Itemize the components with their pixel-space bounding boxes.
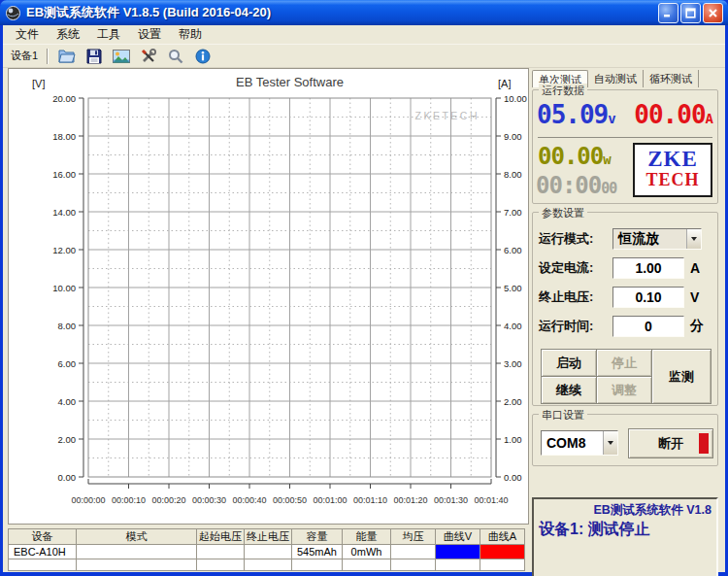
title-bar: EB测试系统软件 V1.8.5 (Build 2016-04-20) [0, 0, 728, 25]
power-readout: 00.00w [538, 145, 612, 168]
table-cell[interactable]: EBC-A10H [9, 545, 77, 559]
serial-port-group: 串口设置 COM8 断开 [532, 414, 718, 466]
table-row[interactable] [9, 559, 525, 571]
svg-text:00:01:10: 00:01:10 [353, 495, 387, 505]
table-cell[interactable]: 0mWh [343, 545, 391, 559]
table-cell[interactable] [391, 559, 436, 571]
table-cell[interactable] [197, 559, 245, 571]
set-current-label: 设定电流: [539, 259, 612, 277]
connection-indicator [699, 433, 709, 454]
tools-button[interactable] [136, 46, 161, 67]
run-data-legend: 运行数据 [539, 84, 587, 98]
save-button[interactable] [82, 46, 107, 67]
table-cell[interactable] [343, 559, 391, 571]
menu-item-1[interactable]: 系统 [48, 24, 88, 45]
zoom-button[interactable] [163, 46, 188, 67]
menu-item-2[interactable]: 工具 [88, 24, 129, 45]
export-image-button[interactable] [109, 46, 134, 67]
menu-item-0[interactable]: 文件 [7, 24, 48, 45]
curve-color-cell[interactable] [480, 545, 525, 559]
chart: 20.0018.0016.0014.0012.0010.008.006.004.… [9, 69, 528, 524]
open-file-icon [58, 49, 76, 63]
side-panel: 单次测试自动测试循环测试 运行数据 05.09v 00.00A 00.00w 0… [530, 68, 720, 573]
table-cell[interactable] [436, 559, 480, 571]
table-cell[interactable] [245, 559, 292, 571]
about-info-icon [195, 49, 211, 64]
table-cell[interactable] [77, 545, 197, 559]
table-row[interactable]: EBC-A10H545mAh0mWh [9, 545, 525, 559]
svg-text:6.00: 6.00 [504, 245, 522, 255]
table-cell[interactable] [9, 559, 77, 571]
window-title: EB测试系统软件 V1.8.5 (Build 2016-04-20) [26, 4, 653, 21]
com-port-select[interactable]: COM8 [541, 430, 618, 456]
table-cell[interactable] [391, 545, 436, 559]
results-table: 设备模式起始电压终止电压容量能量均压曲线V曲线AEBC-A10H545mAh0m… [8, 528, 525, 571]
menu-bar: 文件系统工具设置帮助 [3, 25, 725, 45]
chevron-down-icon[interactable] [686, 229, 701, 249]
close-icon [708, 8, 718, 18]
maximize-icon [685, 8, 696, 18]
disconnect-button[interactable]: 断开 [628, 428, 713, 458]
svg-text:12.00: 12.00 [52, 245, 76, 255]
app-icon [5, 5, 21, 21]
chevron-down-icon[interactable] [603, 431, 617, 455]
svg-text:7.00: 7.00 [504, 207, 522, 218]
svg-text:00:01:00: 00:01:00 [313, 495, 347, 505]
svg-text:ZKETECH: ZKETECH [414, 110, 480, 121]
menu-item-4[interactable]: 帮助 [170, 24, 211, 45]
open-file-button[interactable] [54, 46, 80, 67]
maximize-button[interactable] [680, 3, 701, 23]
close-button[interactable] [703, 3, 723, 23]
svg-text:8.00: 8.00 [504, 169, 522, 180]
set-current-unit: A [690, 260, 700, 276]
save-icon [86, 49, 102, 64]
run-time-label: 运行时间: [539, 318, 612, 335]
svg-text:14.00: 14.00 [52, 207, 76, 218]
table-cell[interactable] [245, 545, 292, 559]
table-cell[interactable] [197, 545, 245, 559]
run-mode-select[interactable]: 恒流放 [612, 228, 702, 250]
table-cell[interactable] [480, 559, 525, 571]
svg-text:4.00: 4.00 [58, 396, 77, 407]
export-image-icon [113, 50, 130, 63]
toolbar: 设备1 [3, 45, 725, 68]
svg-text:EB Tester Software: EB Tester Software [236, 75, 344, 89]
run-data-group: 运行数据 05.09v 00.00A 00.00w 00:0000 ZKE TE… [532, 89, 718, 204]
table-header-5: 能量 [343, 529, 391, 545]
serial-port-legend: 串口设置 [539, 408, 587, 423]
svg-text:20.00: 20.00 [52, 93, 76, 104]
chart-panel: 20.0018.0016.0014.0012.0010.008.006.004.… [8, 68, 529, 525]
table-cell[interactable] [77, 559, 197, 571]
status-device-state: 设备1: 测试停止 [539, 520, 711, 540]
svg-text:00:00:20: 00:00:20 [151, 495, 185, 505]
svg-text:16.00: 16.00 [52, 169, 76, 180]
toolbar-separator [47, 49, 48, 64]
cutoff-voltage-value: 0.10 [635, 289, 661, 305]
menu-item-3[interactable]: 设置 [129, 24, 170, 45]
tab-2[interactable]: 循环测试 [644, 70, 699, 87]
minimize-button[interactable] [658, 3, 678, 23]
time-readout: 00:0000 [536, 174, 616, 197]
svg-text:1.00: 1.00 [504, 434, 522, 445]
cutoff-voltage-input[interactable]: 0.10 [612, 287, 684, 308]
svg-text:00:01:30: 00:01:30 [434, 495, 468, 505]
run-time-input[interactable]: 0 [612, 316, 684, 337]
resume-button[interactable]: 继续 [541, 376, 597, 404]
monitor-button[interactable]: 监测 [651, 349, 711, 404]
table-cell[interactable] [292, 559, 343, 571]
table-cell[interactable]: 545mAh [292, 545, 343, 559]
start-button[interactable]: 启动 [541, 349, 597, 377]
status-box: EB测试系统软件 V1.8 设备1: 测试停止 [532, 497, 718, 576]
zoom-icon [168, 49, 183, 64]
device-selector[interactable]: 设备1 [7, 49, 42, 63]
set-current-input[interactable]: 1.00 [612, 257, 684, 279]
svg-text:[V]: [V] [32, 78, 45, 89]
run-time-value: 0 [645, 319, 652, 334]
tab-1[interactable]: 自动测试 [588, 70, 644, 87]
svg-text:10.00: 10.00 [504, 93, 527, 104]
curve-color-cell[interactable] [436, 545, 480, 559]
svg-text:00:01:40: 00:01:40 [474, 495, 508, 505]
svg-text:00:00:30: 00:00:30 [192, 495, 226, 505]
svg-text:00:00:10: 00:00:10 [112, 495, 146, 505]
about-button[interactable] [190, 46, 215, 67]
